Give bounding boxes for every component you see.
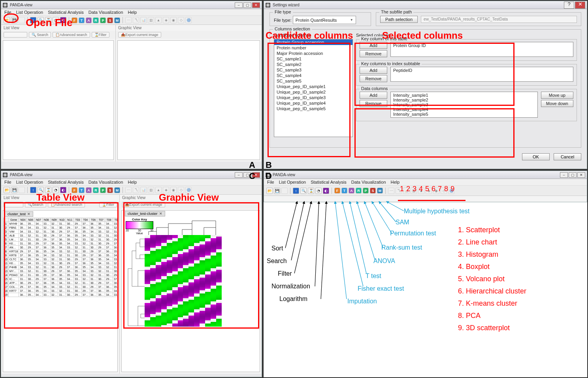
file-type-section-label: File type [273,9,293,14]
plot-number: 9 [450,185,454,193]
wizard-close-button[interactable]: ✕ [575,2,585,9]
save-icon[interactable]: 💾 [11,187,17,193]
candidate-box-annotation [268,43,351,157]
wizard-icon [266,3,270,8]
path-selection-button[interactable]: Path selection [380,16,418,23]
help-button[interactable]: ? [564,2,574,9]
minimize-button[interactable]: – [560,172,568,178]
minimize-button[interactable]: – [235,172,243,178]
stat-a-icon[interactable]: A [86,187,92,193]
sort-tool-icon[interactable]: ↕ [30,187,36,193]
move-up-button[interactable]: Move up [541,92,573,99]
close-button[interactable]: ✕ [252,2,260,8]
stat-p-icon[interactable]: P [363,188,369,194]
plot-histogram-icon[interactable]: 📊 [140,187,147,193]
stat-t-icon[interactable]: T [341,188,347,194]
menu-list-operation[interactable]: List Operation [16,10,43,15]
open-file-annotation: Open File [26,17,72,29]
stat-a-icon[interactable]: A [349,188,354,194]
plot-line-icon[interactable]: 〽 [133,17,139,23]
plot-type-label: 7. K-means cluster [458,299,526,308]
stat-s-icon[interactable]: S [370,188,376,194]
window-title: PANDA-view [10,3,32,7]
plot-type-label: 8. PCA [458,312,526,320]
path-value-field: ew_TestData/PANDA_results_CPTAC_TestData [421,16,577,23]
menu-file[interactable]: File [4,180,11,184]
menu-statistical-analysis[interactable]: Statistical Analysis [311,180,346,184]
stat-s-icon[interactable]: S [107,17,113,23]
sort-icon[interactable] [19,17,25,23]
open-file-icon[interactable]: 📂 [266,188,273,194]
panel-b-label: B [266,160,272,170]
plot-scatter-icon[interactable]: ⋯ [388,188,394,194]
sort-icon[interactable] [19,187,25,193]
stat-r-icon[interactable]: R [93,17,99,23]
menu-help[interactable]: Help [128,180,137,184]
menu-help[interactable]: Help [128,10,137,15]
plot-boxplot-icon[interactable]: ▥ [148,17,154,23]
stat-m-icon[interactable]: M [114,187,120,193]
filter-tool-icon[interactable]: ⌛ [308,188,314,194]
maximize-button[interactable]: ▢ [569,172,577,178]
menu-help[interactable]: Help [391,180,400,184]
search-button[interactable]: 🔍 Search [29,32,51,38]
menu-data-visualization[interactable]: Data Visualization [89,10,123,15]
plot-type-label: 9. 3D scatterplot [458,324,526,332]
sort-tool-icon[interactable]: ↕ [293,188,299,194]
menu-list-operation[interactable]: List Operation [16,180,43,184]
filter-button[interactable]: ⌛Filter [92,32,109,38]
sam-label: SAM [396,219,409,226]
menu-data-visualization[interactable]: Data Visualization [89,180,123,184]
plot-line-icon[interactable]: 〽 [133,187,139,193]
stat-p-icon[interactable]: P [100,17,106,23]
advanced-search-button[interactable]: 📋Advanced search [53,32,90,38]
ok-button[interactable]: OK [522,153,550,160]
plot-boxplot-icon[interactable]: ▥ [148,187,154,193]
maximize-button[interactable]: ▢ [243,2,251,8]
minimize-button[interactable]: – [235,2,243,8]
plot-kmeans-icon[interactable]: ◉ [170,17,177,23]
logarithm-tool-icon[interactable]: ◐ [323,188,329,194]
plot-3dscatter-icon[interactable]: 🔵 [185,17,192,23]
stat-p-icon[interactable]: P [100,187,106,193]
graphic-view-area [117,40,260,160]
plot-hcluster-icon[interactable]: ◈ [163,17,169,23]
stat-r-icon[interactable]: R [93,187,99,193]
plot-pca-icon[interactable]: ◇ [178,17,184,23]
stat-t-icon[interactable]: T [79,17,85,23]
stat-r-icon[interactable]: R [356,188,362,194]
plot-type-label: 6. Hierarchical cluster [458,287,526,295]
stat-a-icon[interactable]: A [86,17,92,23]
stat-m-icon[interactable]: M [377,188,383,194]
panel-b: Settings wizard ? ✕ File type File type:… [263,0,588,170]
menu-data-visualization[interactable]: Data Visualization [351,180,386,184]
open-file-icon[interactable]: 📂 [4,187,10,193]
plot-volcano-icon[interactable]: ▲ [155,17,162,23]
close-button[interactable]: ✕ [577,172,585,178]
plot-tools-underline [398,200,466,201]
cancel-button[interactable]: Cancel [554,153,581,160]
save-icon[interactable]: 💾 [274,188,280,194]
move-down-button[interactable]: Move down [541,100,573,107]
file-type-select[interactable]: Protein QuantResults [293,16,356,24]
search-tool-icon[interactable]: 🔍 [300,188,307,194]
stat-s-icon[interactable]: S [107,187,113,193]
menu-statistical-analysis[interactable]: Statistical Analysis [48,180,83,184]
plot-number: 4 [419,185,423,193]
plot-scatter-icon[interactable]: ⋯ [125,17,132,23]
plot-number: 7 [438,185,442,193]
anova-label: ANOVA [373,258,395,265]
stat-m-icon[interactable]: M [114,17,120,23]
wizard-titlebar: Settings wizard ? ✕ [264,1,587,9]
search-label: Search [267,258,287,265]
export-image-button[interactable]: 📤Export current image [118,32,161,38]
fisher-label: Fisher exact test [358,285,404,292]
menu-statistical-analysis[interactable]: Statistical Analysis [48,10,83,15]
plot-type-label: 1. Scatterplot [458,226,526,234]
menu-list-operation[interactable]: List Operation [279,180,306,184]
stat-f-icon[interactable]: F [334,188,340,194]
normalization-tool-icon[interactable]: ◔ [315,188,322,194]
plot-histogram-icon[interactable]: 📊 [140,17,147,23]
sort-icon[interactable] [281,188,288,194]
plot-scatter-icon[interactable]: ⋯ [125,187,132,193]
